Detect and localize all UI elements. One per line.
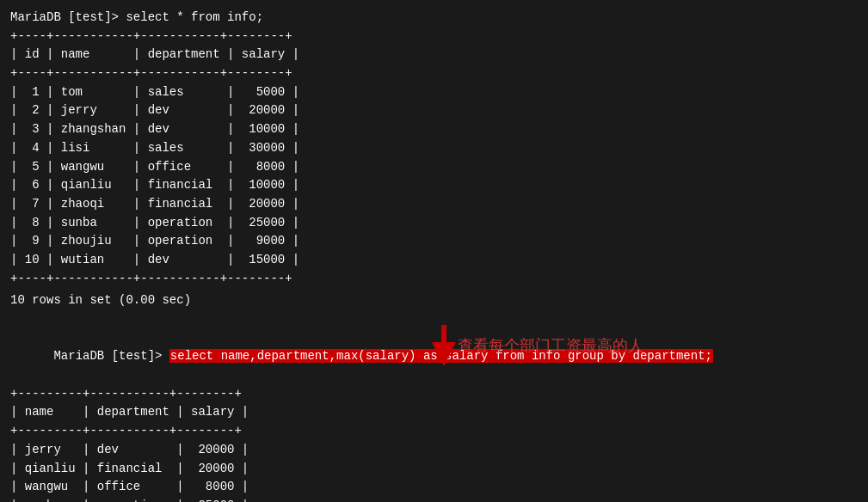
- chinese-annotation: 查看每个部门工资最高的人: [458, 335, 643, 356]
- table1-sep-mid: +----+-----------+-----------+--------+: [10, 64, 858, 83]
- query-section-1: MariaDB [test]> select * from info; +---…: [10, 9, 858, 310]
- table-row: | 5 | wangwu | office | 8000 |: [10, 158, 858, 177]
- arrow-head: [432, 342, 456, 366]
- table-row: | 4 | lisi | sales | 30000 |: [10, 139, 858, 158]
- arrow-stem: [441, 325, 446, 342]
- table-row: | 2 | jerry | dev | 20000 |: [10, 101, 858, 120]
- table-row: | jerry | dev | 20000 |: [10, 441, 858, 460]
- prompt2-pre: MariaDB [test]>: [53, 349, 169, 363]
- table-row: | 1 | tom | sales | 5000 |: [10, 83, 858, 102]
- table-row: | 10 | wutian | dev | 15000 |: [10, 251, 858, 270]
- table1-result: 10 rows in set (0.00 sec): [10, 291, 858, 310]
- table2-sep-top: +---------+-----------+--------+: [10, 385, 858, 404]
- table-row: | 9 | zhoujiu | operation | 9000 |: [10, 232, 858, 251]
- table-row: | sunba | operation | 25000 |: [10, 497, 858, 502]
- table2-body: | jerry | dev | 20000 || qianliu | finan…: [10, 441, 858, 502]
- table1-sep-bot: +----+-----------+-----------+--------+: [10, 270, 858, 289]
- table-row: | 7 | zhaoqi | financial | 20000 |: [10, 195, 858, 214]
- table1-header: | id | name | department | salary |: [10, 46, 858, 64]
- table2-header: | name | department | salary |: [10, 403, 858, 422]
- table1-sep-top: +----+-----------+-----------+--------+: [10, 28, 858, 46]
- table-row: | wangwu | office | 8000 |: [10, 478, 858, 497]
- table-row: | 8 | sunba | operation | 25000 |: [10, 214, 858, 233]
- terminal-window: MariaDB [test]> select * from info; +---…: [10, 9, 858, 502]
- table-row: | qianliu | financial | 20000 |: [10, 460, 858, 479]
- arrow-annotation: [432, 325, 456, 366]
- table2-sep-mid: +---------+-----------+--------+: [10, 422, 858, 441]
- table-row: | 3 | zhangshan | dev | 10000 |: [10, 120, 858, 139]
- table-row: | 6 | qianliu | financial | 10000 |: [10, 176, 858, 195]
- prompt-line-1: MariaDB [test]> select * from info;: [10, 9, 858, 28]
- table1-body: | 1 | tom | sales | 5000 || 2 | jerry | …: [10, 83, 858, 270]
